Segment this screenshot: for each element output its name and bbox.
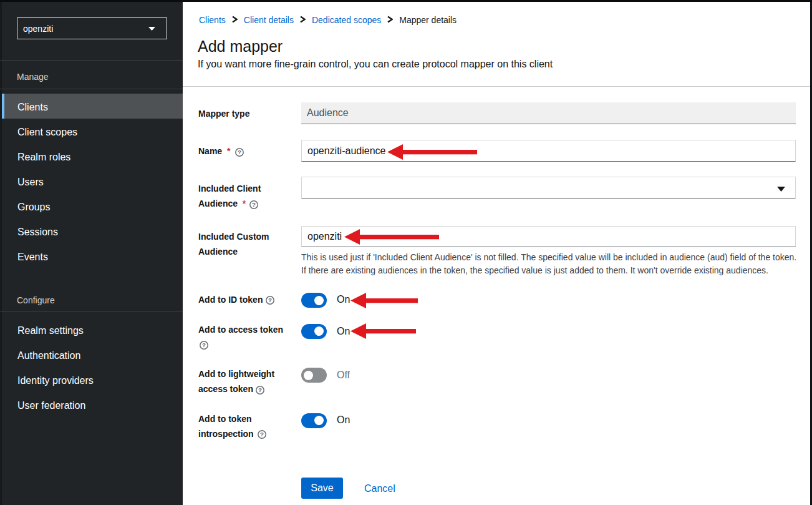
svg-text:?: ? [238,149,241,155]
svg-text:?: ? [258,386,262,393]
svg-text:?: ? [260,431,264,438]
svg-text:?: ? [252,201,256,208]
svg-text:?: ? [202,341,206,348]
svg-text:?: ? [268,297,272,303]
